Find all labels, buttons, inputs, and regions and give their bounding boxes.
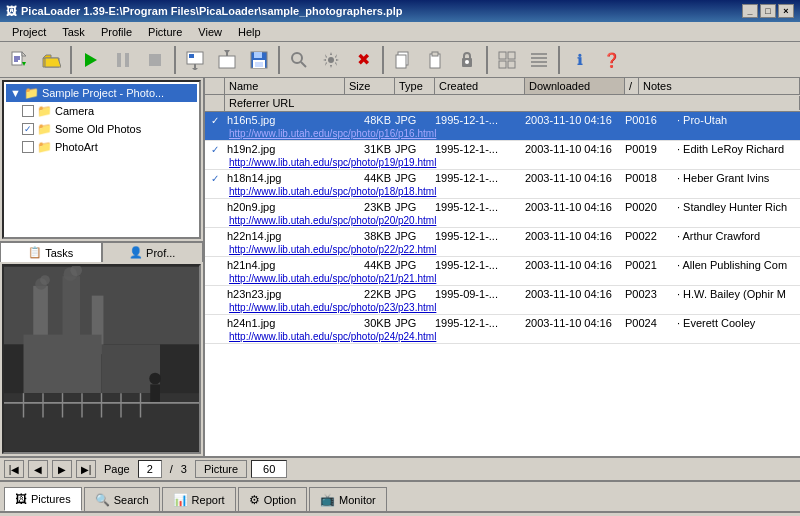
col-created-header[interactable]: Created <box>435 78 525 94</box>
first-page-button[interactable]: |◀ <box>4 460 24 478</box>
toolbar-sep-1 <box>70 46 72 74</box>
minimize-button[interactable]: _ <box>742 4 758 18</box>
row-downloaded-0: 2003-11-10 04:16 <box>525 114 625 126</box>
row-checkbox-1[interactable]: ✓ <box>205 144 225 155</box>
row-url-1[interactable]: http://www.lib.utah.edu/spc/photo/p19/p1… <box>205 157 800 169</box>
tasks-tab[interactable]: 📋 Tasks <box>0 242 102 262</box>
import-button[interactable] <box>180 46 210 74</box>
table-row[interactable]: ✓h16n5.jpg48KBJPG1995-12-1-...2003-11-10… <box>205 112 800 141</box>
svg-rect-18 <box>254 52 262 58</box>
stop-button[interactable] <box>140 46 170 74</box>
col-slash-header[interactable]: / <box>625 78 639 94</box>
row-url-6[interactable]: http://www.lib.utah.edu/spc/photo/p23/p2… <box>205 302 800 314</box>
col-type-header[interactable]: Type <box>395 78 435 94</box>
table-row[interactable]: ✓h19n2.jpg31KBJPG1995-12-1-...2003-11-10… <box>205 141 800 170</box>
copy-button[interactable] <box>388 46 418 74</box>
view2-button[interactable] <box>524 46 554 74</box>
menu-picture[interactable]: Picture <box>140 24 190 40</box>
profile-tab-icon: 👤 <box>129 246 143 259</box>
col-name-header[interactable]: Name <box>225 78 345 94</box>
row-created-7: 1995-12-1-... <box>435 317 525 329</box>
close-button[interactable]: × <box>778 4 794 18</box>
report-tab-icon: 📊 <box>173 493 188 507</box>
svg-marker-1 <box>22 52 26 56</box>
menu-task[interactable]: Task <box>54 24 93 40</box>
row-size-3: 23KB <box>345 201 395 213</box>
row-checkbox-0[interactable]: ✓ <box>205 115 225 126</box>
table-row[interactable]: h22n14.jpg38KBJPG1995-12-1-...2003-11-10… <box>205 228 800 257</box>
svg-rect-32 <box>499 61 506 68</box>
checkbox-camera[interactable] <box>22 105 34 117</box>
project-tree[interactable]: ▼ 📁 Sample Project - Photo... 📁 Camera ✓… <box>2 80 201 239</box>
checkbox-photoart[interactable] <box>22 141 34 153</box>
search-button[interactable] <box>284 46 314 74</box>
info-button[interactable]: ℹ <box>564 46 594 74</box>
menu-profile[interactable]: Profile <box>93 24 140 40</box>
svg-marker-13 <box>192 68 198 70</box>
tree-item-old-photos[interactable]: ✓ 📁 Some Old Photos <box>6 120 197 138</box>
search-tab-label: Search <box>114 494 149 506</box>
tree-root-item[interactable]: ▼ 📁 Sample Project - Photo... <box>6 84 197 102</box>
menu-help[interactable]: Help <box>230 24 269 40</box>
maximize-button[interactable]: □ <box>760 4 776 18</box>
table-row[interactable]: ✓h18n14.jpg44KBJPG1995-12-1-...2003-11-1… <box>205 170 800 199</box>
paste-button[interactable] <box>420 46 450 74</box>
toolbar-sep-2 <box>174 46 176 74</box>
table-row[interactable]: h20n9.jpg23KBJPG1995-12-1-...2003-11-10 … <box>205 199 800 228</box>
row-name-7: h24n1.jpg <box>225 317 345 329</box>
profile-tab[interactable]: 👤 Prof... <box>102 242 204 262</box>
play-button[interactable] <box>76 46 106 74</box>
row-url-4[interactable]: http://www.lib.utah.edu/spc/photo/p22/p2… <box>205 244 800 256</box>
page-input[interactable] <box>138 460 162 478</box>
row-type-6: JPG <box>395 288 435 300</box>
tree-item-camera[interactable]: 📁 Camera <box>6 102 197 120</box>
save-button[interactable] <box>244 46 274 74</box>
table-row[interactable]: h21n4.jpg44KBJPG1995-12-1-...2003-11-10 … <box>205 257 800 286</box>
svg-rect-8 <box>125 53 129 67</box>
tree-expand-icon: ▼ <box>10 87 21 99</box>
svg-point-23 <box>328 57 334 63</box>
row-url-3[interactable]: http://www.lib.utah.edu/spc/photo/p20/p2… <box>205 215 800 227</box>
col-notes-header[interactable]: Notes <box>639 78 800 94</box>
help-button[interactable]: ❓ <box>596 46 626 74</box>
row-id-5: P0021 <box>625 259 675 271</box>
pictures-tab-icon: 🖼 <box>15 492 27 506</box>
row-url-5[interactable]: http://www.lib.utah.edu/spc/photo/p21/p2… <box>205 273 800 285</box>
tree-label-camera: Camera <box>55 105 94 117</box>
row-url-7[interactable]: http://www.lib.utah.edu/spc/photo/p24/p2… <box>205 331 800 343</box>
table-row[interactable]: h24n1.jpg30KBJPG1995-12-1-...2003-11-10 … <box>205 315 800 344</box>
checkbox-old-photos[interactable]: ✓ <box>22 123 34 135</box>
next-page-button[interactable]: ▶ <box>52 460 72 478</box>
view1-button[interactable] <box>492 46 522 74</box>
pictures-tab-label: Pictures <box>31 493 71 505</box>
table-row[interactable]: h23n23.jpg22KBJPG1995-09-1-...2003-11-10… <box>205 286 800 315</box>
col-downloaded-header[interactable]: Downloaded <box>525 78 625 94</box>
new-project-button[interactable] <box>4 46 34 74</box>
title-text: PicaLoader 1.39-E:\Program Files\PicaLoa… <box>21 5 402 17</box>
left-tab-bar: 📋 Tasks 👤 Prof... <box>0 241 203 262</box>
svg-rect-25 <box>396 55 406 68</box>
pause-button[interactable] <box>108 46 138 74</box>
tree-item-photoart[interactable]: 📁 PhotoArt <box>6 138 197 156</box>
menu-project[interactable]: Project <box>4 24 54 40</box>
row-url-0[interactable]: http://www.lib.utah.edu/spc/photo/p16/p1… <box>205 128 800 140</box>
picture-count-input[interactable] <box>251 460 287 478</box>
open-project-button[interactable] <box>36 46 66 74</box>
prev-page-button[interactable]: ◀ <box>28 460 48 478</box>
row-url-2[interactable]: http://www.lib.utah.edu/spc/photo/p18/p1… <box>205 186 800 198</box>
col-size-header[interactable]: Size <box>345 78 395 94</box>
monitor-tab[interactable]: 📺 Monitor <box>309 487 387 511</box>
file-list-header: Name Size Type Created Downloaded / Note… <box>205 78 800 112</box>
lock-button[interactable] <box>452 46 482 74</box>
report-tab[interactable]: 📊 Report <box>162 487 236 511</box>
settings-button[interactable] <box>316 46 346 74</box>
file-list-body[interactable]: ✓h16n5.jpg48KBJPG1995-12-1-...2003-11-10… <box>205 112 800 456</box>
menu-view[interactable]: View <box>190 24 230 40</box>
export-button[interactable] <box>212 46 242 74</box>
delete-button[interactable]: ✖ <box>348 46 378 74</box>
option-tab[interactable]: ⚙ Option <box>238 487 307 511</box>
last-page-button[interactable]: ▶| <box>76 460 96 478</box>
row-checkbox-2[interactable]: ✓ <box>205 173 225 184</box>
search-tab[interactable]: 🔍 Search <box>84 487 160 511</box>
pictures-tab[interactable]: 🖼 Pictures <box>4 487 82 511</box>
